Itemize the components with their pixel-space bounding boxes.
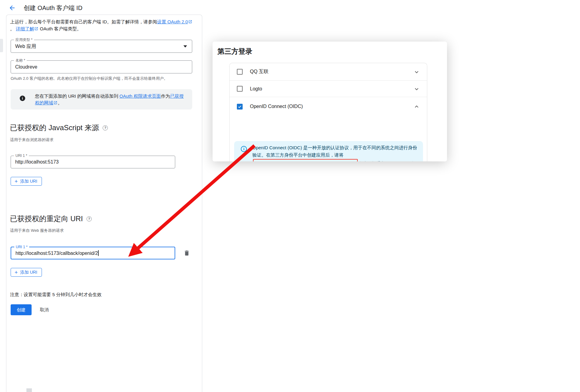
js-origin-uri-label: URI 1 * — [14, 154, 29, 158]
domain-notice: i 您在下面添加的 URI 的网域将自动添加到 OAuth 权限请求页面作为已获… — [11, 89, 192, 110]
notice-text3: 。 — [58, 100, 62, 105]
info-icon: i — [241, 146, 247, 152]
client-name-helper: OAuth 2.0 客户端的名称。此名称仅用于在控制台中标识客户端，而不会显示给… — [11, 76, 193, 81]
checkbox-unchecked-icon[interactable] — [237, 86, 243, 92]
domain-notice-text: 您在下面添加的 URI 的网域将自动添加到 OAuth 权限请求页面作为已获授权… — [35, 93, 187, 106]
cancel-button[interactable]: 取消 — [36, 304, 53, 315]
redirect-uri-subtitle: 适用于来自 Web 服务器的请求 — [10, 228, 64, 233]
third-party-login-panel: 第三方登录 QQ 互联 Logto OpenID Con — [213, 42, 447, 161]
oidc-alert-text: OpenID Connect (OIDC) 是一种开放的认证协议，用于在不同的系… — [252, 144, 419, 161]
back-icon[interactable] — [9, 4, 16, 12]
delete-uri-icon[interactable] — [183, 250, 190, 256]
info-icon: i — [20, 96, 25, 101]
callback-url-code: http://localhost:5173/callback/openid/2 — [253, 159, 358, 161]
js-origins-section-header: 已获授权的 JavaScript 来源? — [10, 123, 108, 133]
alert-text1: OpenID Connect (OIDC) 是一种开放的认证协议，用于在不同的系… — [252, 145, 417, 157]
checkbox-unchecked-icon[interactable] — [237, 69, 243, 75]
js-origins-subtitle: 适用于来自浏览器的请求 — [10, 137, 53, 143]
app-type-label: 应用类型 * — [14, 38, 34, 42]
provider-row-logto[interactable]: Logto — [230, 81, 427, 97]
propagation-note: 注意：设置可能需要 5 分钟到几小时才会生效 — [10, 292, 102, 298]
intro-text: 上运行，那么每个平台都需要有自己的客户端 ID。如需了解详情，请参阅 — [10, 19, 157, 24]
notice-text1: 您在下面添加的 URI 的网域将自动添加到 — [35, 93, 119, 99]
provider-row-qq[interactable]: QQ 互联 — [230, 63, 427, 81]
help-icon[interactable]: ? — [103, 125, 108, 130]
provider-label: Logto — [250, 86, 262, 92]
plus-icon: + — [15, 179, 18, 184]
add-uri-label: 添加 URI — [20, 179, 37, 184]
scroll-fragment — [0, 39, 3, 52]
oidc-info-alert: i OpenID Connect (OIDC) 是一种开放的认证协议，用于在不同… — [234, 141, 423, 161]
redirect-uri-value: http://localhost:5173/callback/openid/2 — [15, 250, 99, 256]
external-link-icon — [188, 19, 192, 22]
redirect-uri-label: URI 1 * — [14, 245, 29, 249]
redirect-uri-text: http://localhost:5173/callback/openid/2 — [15, 251, 98, 256]
text-caret — [98, 250, 99, 256]
redirect-uri-title: 已获授权的重定向 URI — [10, 215, 83, 223]
intro-text2: OAuth 客户端类型。 — [39, 26, 81, 31]
learn-more-link[interactable]: 详细了解 — [16, 26, 34, 31]
app-type-select[interactable]: 应用类型 * Web 应用 — [11, 40, 192, 53]
notice-text2: 作为 — [161, 93, 170, 99]
redirect-uri-input[interactable]: URI 1 * http://localhost:5173/callback/o… — [11, 247, 175, 259]
checkbox-checked-icon[interactable] — [237, 104, 243, 110]
add-uri-label: 添加 URI — [20, 270, 37, 275]
provider-row-oidc[interactable]: OpenID Connect (OIDC) — [230, 97, 427, 116]
page-title: 创建 OAuth 客户端 ID — [24, 4, 82, 12]
setup-oauth-link[interactable]: 设置 OAuth 2.0 — [157, 19, 188, 24]
help-icon[interactable]: ? — [87, 216, 92, 221]
provider-label: OpenID Connect (OIDC) — [250, 104, 303, 109]
intro-sep: 。 — [10, 26, 16, 31]
top-bar: 创建 OAuth 客户端 ID — [0, 0, 580, 15]
provider-label: QQ 互联 — [250, 69, 268, 75]
chevron-down-icon[interactable] — [413, 85, 420, 93]
chevron-down-icon[interactable] — [183, 45, 187, 47]
chevron-up-icon[interactable] — [413, 103, 420, 110]
js-origin-uri-value: http://localhost:5173 — [15, 159, 59, 165]
plus-icon: + — [15, 270, 18, 275]
js-origin-uri-input[interactable]: URI 1 * http://localhost:5173 — [11, 156, 175, 168]
add-redirect-uri-button[interactable]: + 添加 URI — [11, 268, 42, 277]
external-link-icon — [53, 100, 57, 104]
js-origins-title: 已获授权的 JavaScript 来源 — [10, 123, 99, 132]
panel-title: 第三方登录 — [217, 47, 252, 56]
client-name-label: 名称 * — [14, 58, 27, 63]
redirect-uri-section-header: 已获授权的重定向 URI? — [10, 214, 92, 224]
add-js-origin-uri-button[interactable]: + 添加 URI — [11, 177, 42, 186]
oauth-consent-link[interactable]: OAuth 权限请求页面 — [119, 93, 161, 99]
chevron-down-icon[interactable] — [413, 68, 420, 76]
client-name-value: Cloudreve — [15, 64, 37, 70]
provider-accordion: QQ 互联 Logto OpenID Connect (OIDC) — [229, 63, 427, 161]
app-type-value: Web 应用 — [15, 43, 36, 49]
page: 创建 OAuth 客户端 ID 上运行，那么每个平台都需要有自己的客户端 ID。… — [0, 0, 580, 392]
intro-paragraph: 上运行，那么每个平台都需要有自己的客户端 ID。如需了解详情，请参阅设置 OAu… — [10, 18, 193, 32]
client-name-input[interactable]: 名称 * Cloudreve — [11, 60, 192, 73]
external-link-icon — [34, 25, 38, 29]
create-button[interactable]: 创建 — [11, 304, 32, 315]
bottom-fragment — [26, 388, 32, 392]
